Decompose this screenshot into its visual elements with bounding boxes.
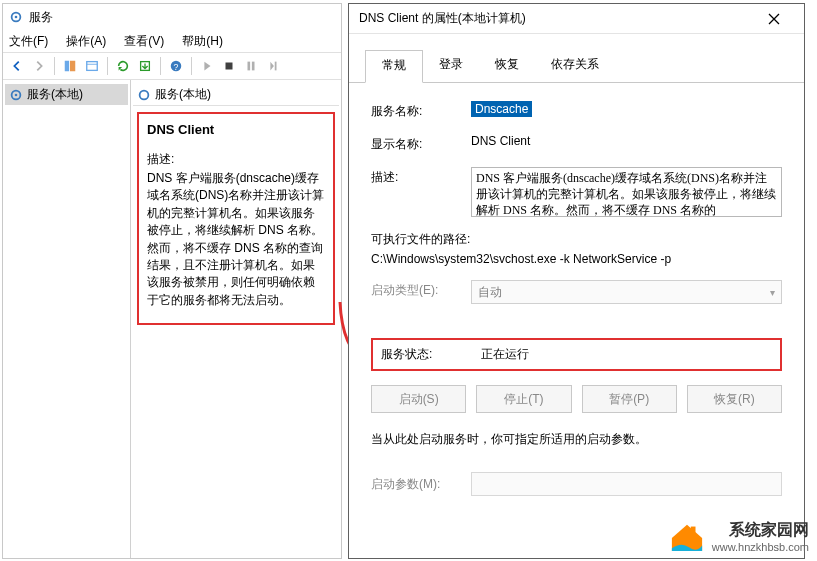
exe-path-label: 可执行文件的路径: (371, 231, 470, 248)
menu-help[interactable]: 帮助(H) (182, 33, 223, 50)
description-label: 描述: (147, 151, 325, 168)
toolbar-pause-button[interactable] (241, 56, 261, 76)
row-start-params: 启动参数(M): (371, 472, 782, 496)
close-icon (768, 13, 780, 25)
toolbar-play-button[interactable] (197, 56, 217, 76)
svg-point-1 (15, 16, 18, 19)
start-params-input[interactable] (471, 472, 782, 496)
svg-rect-4 (87, 62, 98, 71)
close-button[interactable] (754, 4, 794, 34)
chevron-down-icon: ▾ (770, 287, 775, 298)
toolbar-refresh-button[interactable] (113, 56, 133, 76)
svg-rect-10 (248, 62, 251, 71)
toolbar-separator (107, 57, 108, 75)
watermark-logo-icon (668, 519, 706, 553)
row-service-name: 服务名称: Dnscache (371, 101, 782, 120)
svg-rect-16 (691, 527, 696, 536)
row-display-name: 显示名称: DNS Client (371, 134, 782, 153)
svg-point-15 (140, 90, 149, 99)
status-button-row: 启动(S) 停止(T) 暂停(P) 恢复(R) (371, 385, 782, 413)
service-name-value[interactable]: Dnscache (471, 101, 532, 117)
display-name-value: DNS Client (471, 134, 782, 148)
watermark-url: www.hnzkhbsb.com (712, 541, 809, 553)
toolbar: ? (3, 52, 341, 80)
gear-icon (9, 88, 23, 102)
services-title: 服务 (29, 9, 53, 26)
service-name: DNS Client (147, 122, 325, 137)
toolbar-separator (160, 57, 161, 75)
description-label: 描述: (371, 167, 471, 186)
watermark-name: 系统家园网 (712, 520, 809, 541)
startup-note: 当从此处启动服务时，你可指定所适用的启动参数。 (371, 431, 782, 448)
service-name-label: 服务名称: (371, 101, 471, 120)
toolbar-separator (191, 57, 192, 75)
tree-item-label: 服务(本地) (27, 86, 83, 103)
general-form: 服务名称: Dnscache 显示名称: DNS Client 描述: DNS … (349, 83, 804, 304)
row-exe-path: 可执行文件的路径: C:\Windows\system32\svchost.ex… (371, 231, 782, 266)
status-value: 正在运行 (481, 346, 529, 363)
svg-rect-9 (226, 63, 233, 70)
status-block: 服务状态: 正在运行 启动(S) 停止(T) 暂停(P) 恢复(R) (371, 338, 782, 413)
toolbar-restart-button[interactable] (263, 56, 283, 76)
svg-rect-12 (275, 62, 277, 71)
detail-heading-row: 服务(本地) (133, 84, 339, 106)
toolbar-export-button[interactable] (135, 56, 155, 76)
svg-point-14 (15, 93, 18, 96)
toolbar-help-button[interactable]: ? (166, 56, 186, 76)
svg-rect-3 (70, 61, 75, 72)
startup-type-combo[interactable]: 自动 ▾ (471, 280, 782, 304)
pause-button[interactable]: 暂停(P) (582, 385, 677, 413)
toolbar-back-button[interactable] (7, 56, 27, 76)
svg-rect-11 (252, 62, 255, 71)
toolbar-stop-button[interactable] (219, 56, 239, 76)
startup-type-value: 自动 (478, 284, 502, 301)
description-textarea[interactable]: DNS 客户端服务(dnscache)缓存域名系统(DNS)名称并注册该计算机的… (471, 167, 782, 217)
tree-pane: 服务(本地) (3, 80, 131, 558)
description-text: DNS 客户端服务(dnscache)缓存域名系统(DNS)名称并注册该计算机的… (147, 170, 325, 309)
tree-item-services-local[interactable]: 服务(本地) (5, 84, 128, 105)
detail-heading-label: 服务(本地) (155, 86, 211, 103)
status-line-highlight: 服务状态: 正在运行 (371, 338, 782, 371)
start-button[interactable]: 启动(S) (371, 385, 466, 413)
properties-dialog: DNS Client 的属性(本地计算机) 常规 登录 恢复 依存关系 服务名称… (348, 3, 805, 559)
detail-pane: 服务(本地) DNS Client 描述: DNS 客户端服务(dnscache… (131, 80, 341, 558)
tab-dependencies[interactable]: 依存关系 (535, 50, 615, 82)
startup-type-label: 启动类型(E): (371, 280, 471, 299)
row-startup-type: 启动类型(E): 自动 ▾ (371, 280, 782, 304)
resume-button[interactable]: 恢复(R) (687, 385, 782, 413)
menu-action[interactable]: 操作(A) (66, 33, 106, 50)
dialog-title: DNS Client 的属性(本地计算机) (359, 10, 754, 27)
menu-view[interactable]: 查看(V) (124, 33, 164, 50)
toolbar-properties-button[interactable] (82, 56, 102, 76)
tab-general[interactable]: 常规 (365, 50, 423, 83)
tab-recovery[interactable]: 恢复 (479, 50, 535, 82)
row-description: 描述: DNS 客户端服务(dnscache)缓存域名系统(DNS)名称并注册该… (371, 167, 782, 217)
services-titlebar: 服务 (3, 4, 341, 30)
services-icon (9, 10, 23, 24)
toolbar-separator (54, 57, 55, 75)
services-window: 服务 文件(F) 操作(A) 查看(V) 帮助(H) ? 服务(本地) (2, 3, 342, 559)
service-description-highlight: DNS Client 描述: DNS 客户端服务(dnscache)缓存域名系统… (137, 112, 335, 325)
tab-logon[interactable]: 登录 (423, 50, 479, 82)
menu-file[interactable]: 文件(F) (9, 33, 48, 50)
display-name-label: 显示名称: (371, 134, 471, 153)
tab-row: 常规 登录 恢复 依存关系 (349, 34, 804, 83)
stop-button[interactable]: 停止(T) (476, 385, 571, 413)
dialog-titlebar: DNS Client 的属性(本地计算机) (349, 4, 804, 34)
svg-text:?: ? (174, 62, 179, 72)
menu-bar: 文件(F) 操作(A) 查看(V) 帮助(H) (3, 30, 341, 52)
watermark: 系统家园网 www.hnzkhbsb.com (668, 519, 809, 553)
refresh-icon (137, 88, 151, 102)
toolbar-show-hide-button[interactable] (60, 56, 80, 76)
exe-path-value: C:\Windows\system32\svchost.exe -k Netwo… (371, 252, 671, 266)
status-label: 服务状态: (381, 346, 481, 363)
svg-rect-2 (65, 61, 69, 72)
toolbar-forward-button[interactable] (29, 56, 49, 76)
start-params-label: 启动参数(M): (371, 472, 471, 496)
